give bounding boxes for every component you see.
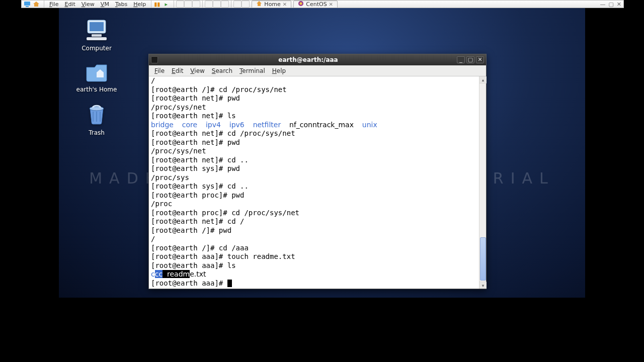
home-icon — [256, 1, 262, 8]
svg-point-5 — [300, 2, 302, 5]
minimize-button[interactable]: _ — [457, 56, 465, 63]
toolbar-button[interactable] — [213, 1, 221, 8]
icon-label: Trash — [74, 129, 119, 136]
close-icon[interactable]: ✕ — [283, 2, 287, 7]
terminal-title: earth@earth:/aaa — [161, 56, 455, 63]
pause-icon[interactable]: ▮▮ — [153, 1, 160, 8]
vm-tab-home[interactable]: Home✕ — [252, 1, 291, 8]
terminal-icon — [151, 56, 158, 63]
term-menu-file[interactable]: File — [151, 67, 168, 74]
terminal-cursor — [227, 280, 232, 287]
workstation-icon — [24, 1, 31, 8]
home-toolbar-icon[interactable] — [33, 1, 40, 8]
vm-menu-tabs[interactable]: Tabs — [112, 1, 130, 8]
term-menu-view[interactable]: View — [187, 67, 208, 74]
play-icon[interactable]: ▸ — [163, 1, 170, 8]
separator — [231, 1, 231, 8]
toolbar-button[interactable] — [192, 1, 200, 8]
toolbar-button[interactable] — [221, 1, 229, 8]
separator — [202, 1, 203, 8]
toolbar-button[interactable] — [233, 1, 242, 8]
scroll-down-icon[interactable]: ▾ — [479, 282, 487, 289]
icon-label: earth's Home — [74, 86, 119, 93]
separator — [44, 1, 44, 8]
term-menu-search[interactable]: Search — [208, 67, 236, 74]
svg-rect-0 — [24, 2, 30, 6]
terminal-scrollbar[interactable]: ▴ ▾ — [479, 76, 486, 289]
toolbar-button[interactable] — [242, 1, 250, 8]
vm-menu-vm[interactable]: VM — [98, 1, 112, 8]
close-icon[interactable]: ✕ — [329, 2, 333, 7]
trash-icon — [85, 103, 108, 126]
svg-rect-9 — [87, 37, 107, 40]
guest-desktop[interactable]: TechSmith® MADE WITH CAMTASIA FREE TRIAL… — [59, 8, 585, 298]
maximize-icon[interactable]: ▢ — [608, 1, 613, 8]
terminal-titlebar[interactable]: earth@earth:/aaa _ ▢ ✕ — [149, 54, 486, 65]
svg-rect-7 — [90, 22, 104, 31]
separator — [151, 1, 151, 8]
terminal-window: earth@earth:/aaa _ ▢ ✕ FileEditViewSearc… — [148, 54, 487, 289]
close-button[interactable]: ✕ — [476, 56, 484, 63]
svg-rect-1 — [26, 6, 29, 7]
toolbar-button[interactable] — [205, 1, 213, 8]
vm-host-toolbar: FileEditViewVMTabsHelp ▮▮ ▸ Home✕CentOS✕… — [21, 0, 624, 8]
scroll-up-icon[interactable]: ▴ — [479, 76, 487, 83]
scroll-thumb[interactable] — [480, 237, 486, 281]
minimize-icon[interactable]: — — [600, 1, 605, 8]
vm-menu-help[interactable]: Help — [130, 1, 149, 8]
desktop-icon-trash[interactable]: Trash — [74, 103, 119, 136]
svg-marker-3 — [257, 1, 262, 6]
separator — [174, 1, 174, 8]
terminal-menubar: FileEditViewSearchTerminalHelp — [149, 65, 486, 76]
terminal-output[interactable]: / [root@earth /]# cd /proc/sys/net [root… — [149, 76, 486, 289]
vm-tab-centos[interactable]: CentOS✕ — [293, 1, 338, 8]
toolbar-button[interactable] — [184, 1, 192, 8]
svg-rect-8 — [92, 34, 102, 37]
folder-home-icon — [84, 60, 109, 82]
vm-menu-view[interactable]: View — [78, 1, 98, 8]
svg-marker-2 — [33, 2, 39, 7]
vm-menu-file[interactable]: File — [46, 1, 61, 8]
maximize-button[interactable]: ▢ — [466, 56, 474, 63]
desktop-icon-computer[interactable]: Computer — [74, 18, 119, 52]
toolbar-button[interactable] — [176, 1, 184, 8]
term-menu-edit[interactable]: Edit — [168, 67, 187, 74]
centos-icon — [298, 1, 304, 8]
vm-menu-edit[interactable]: Edit — [61, 1, 78, 8]
icon-label: Computer — [74, 45, 119, 52]
window-controls: — ▢ ✕ — [600, 1, 621, 8]
term-menu-terminal[interactable]: Terminal — [236, 67, 269, 74]
computer-icon — [84, 18, 109, 41]
term-menu-help[interactable]: Help — [269, 67, 289, 74]
close-icon[interactable]: ✕ — [617, 1, 621, 8]
desktop-icon-home[interactable]: earth's Home — [74, 60, 119, 93]
svg-point-10 — [90, 107, 104, 111]
